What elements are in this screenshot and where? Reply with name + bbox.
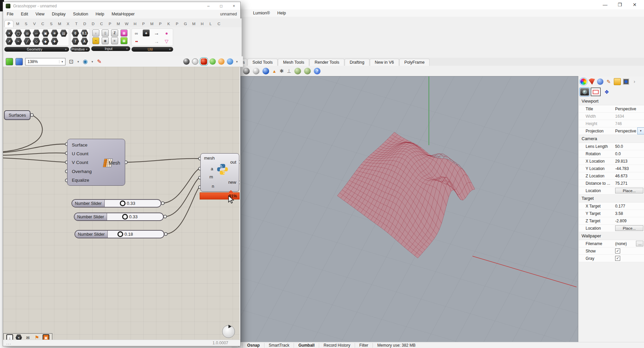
menu-item[interactable]: View — [32, 12, 48, 16]
curve-icon[interactable]: ~ — [14, 38, 22, 45]
category-tab[interactable]: S — [47, 20, 55, 27]
open-file-icon[interactable] — [6, 58, 13, 65]
zoom-extents-icon[interactable]: ⊡ — [68, 58, 75, 65]
slider-knob[interactable] — [117, 231, 123, 237]
sphere-blue-icon[interactable] — [262, 68, 269, 74]
links-properties-icon[interactable]: ❖ — [602, 88, 611, 96]
slider-track[interactable]: 0.33 — [107, 213, 163, 220]
python-script-node[interactable]: mesh a m n out new — [200, 153, 239, 192]
glasses-icon[interactable]: ∞ — [133, 30, 140, 37]
sphere-dark-icon[interactable] — [243, 68, 250, 74]
input-label[interactable]: Equalize — [72, 176, 92, 185]
minimize-button[interactable]: — — [598, 2, 612, 7]
show-checkbox[interactable]: ✓ — [615, 248, 620, 253]
lens-length-value[interactable]: 50.0 — [615, 144, 643, 149]
output-label[interactable]: out — [230, 160, 236, 165]
category-tab[interactable]: P — [139, 20, 148, 27]
slider-knob[interactable] — [120, 200, 126, 206]
x-location-value[interactable]: 29.813 — [615, 159, 643, 164]
colour-swatch-icon[interactable]: ▦ — [120, 37, 128, 44]
preview-eye-icon[interactable]: ◉ — [82, 58, 89, 65]
shaded-preview-icon[interactable] — [201, 58, 207, 65]
number-slider[interactable]: Number Slider 0.18 — [75, 230, 164, 238]
import-icon[interactable]: ↓ — [92, 30, 99, 37]
rotation-value[interactable]: 0.0 — [615, 152, 643, 156]
tree-icon[interactable]: ♣ — [143, 30, 150, 37]
statusbar-item[interactable]: Record History — [319, 343, 355, 348]
toolbar-tab[interactable]: Render Tools — [309, 59, 344, 66]
output-label[interactable]: Mesh — [109, 160, 120, 166]
menu-item[interactable]: MetaHopper — [108, 12, 138, 16]
wireframe-preview-icon[interactable] — [192, 58, 198, 65]
flask-icon[interactable]: ▽ — [163, 38, 170, 45]
category-tab[interactable]: H — [198, 20, 206, 27]
notes-tab-icon[interactable]: ✎ — [605, 78, 612, 85]
menu-item[interactable]: Display — [48, 12, 69, 16]
y-target-value[interactable]: 3.58 — [615, 211, 643, 216]
properties-tab-icon[interactable] — [580, 78, 587, 85]
brep-icon[interactable]: ▤ — [60, 30, 67, 37]
flag-dock-icon[interactable]: ⚑ — [34, 334, 40, 340]
list-icon[interactable]: ≡ — [111, 37, 118, 44]
box-icon[interactable]: ▣ — [42, 30, 49, 37]
y-location-value[interactable]: -44.783 — [615, 166, 643, 171]
earth-icon[interactable] — [304, 68, 311, 74]
maximize-button[interactable]: ❐ — [612, 2, 627, 7]
input-label[interactable]: m — [209, 174, 213, 179]
menu-item[interactable]: Help — [92, 12, 108, 16]
output-label[interactable]: new — [228, 180, 236, 185]
input-label[interactable]: n — [212, 184, 214, 189]
text-icon[interactable]: A — [81, 38, 88, 45]
input-label[interactable]: V Count — [72, 158, 92, 167]
category-tab[interactable]: K — [164, 20, 173, 27]
toolbar-tab[interactable]: Solid Tools — [247, 59, 278, 66]
display-tab-icon[interactable] — [589, 78, 595, 85]
plane-icon[interactable]: ▱ — [33, 30, 40, 37]
maximize-button[interactable]: □ — [215, 4, 228, 8]
more-tabs-icon[interactable]: › — [631, 78, 638, 85]
slider-knob[interactable] — [122, 214, 128, 220]
category-tab[interactable]: D — [89, 20, 97, 27]
category-tab[interactable]: M — [148, 20, 156, 27]
group-label[interactable]: Input+ — [91, 46, 130, 51]
group-label[interactable]: Geometry+ — [4, 47, 69, 52]
cancel-dock-icon[interactable]: ✕ — [15, 334, 22, 340]
grasshopper-canvas[interactable]: Surfaces SurfaceU CountV CountOverhangEq… — [3, 67, 240, 340]
earth-icon[interactable] — [294, 68, 301, 74]
close-button[interactable]: × — [228, 4, 240, 8]
caret-down-icon[interactable]: ▾ — [77, 60, 80, 63]
input-label[interactable]: a — [211, 166, 213, 171]
camera-properties-icon[interactable] — [580, 88, 589, 96]
menu-item[interactable]: Lumion® — [250, 11, 273, 15]
statusbar-item[interactable]: Gumball — [294, 343, 319, 348]
spiral-icon[interactable]: ◎ — [23, 30, 31, 37]
chevron-down-icon[interactable]: ▾ — [59, 60, 65, 63]
category-tab[interactable]: W — [122, 20, 131, 27]
help-icon[interactable]: ? — [314, 68, 320, 74]
target-place-button[interactable]: Place... — [615, 225, 643, 231]
category-tab[interactable]: P — [4, 20, 13, 27]
sphere-icon[interactable]: ❄ — [51, 30, 58, 37]
mail-dock-icon[interactable]: ✉ — [24, 334, 31, 340]
sketch-pen-icon[interactable]: ✎ — [96, 58, 103, 65]
projection-value[interactable]: Perspective — [615, 129, 636, 133]
category-tab[interactable]: M — [190, 20, 198, 27]
relay-arrow-icon[interactable]: → — [153, 30, 160, 37]
category-tab[interactable]: G — [181, 20, 190, 27]
number-slider[interactable]: Number Slider 0.33 — [74, 213, 164, 221]
category-tab[interactable]: M — [13, 20, 22, 27]
category-tab[interactable]: S — [22, 20, 30, 27]
dimension-icon[interactable]: ⊥ — [287, 68, 291, 74]
green-material-icon[interactable] — [209, 58, 216, 65]
gray-checkbox[interactable]: ✓ — [615, 256, 620, 261]
grasshopper-titlebar[interactable]: Grasshopper - unnamed –□× — [3, 2, 240, 10]
title-value[interactable]: Perspective — [615, 107, 643, 111]
menu-item[interactable]: Help — [274, 11, 289, 15]
files-tab-icon[interactable] — [614, 78, 621, 85]
sphere-gray-icon[interactable] — [253, 68, 259, 74]
category-tab[interactable]: P — [173, 20, 181, 27]
category-tab[interactable]: C — [215, 20, 223, 27]
gradient-icon[interactable]: ▦ — [120, 30, 128, 37]
gear-icon[interactable]: ✱ — [280, 68, 284, 74]
statusbar-item[interactable]: Osnap — [243, 343, 264, 348]
